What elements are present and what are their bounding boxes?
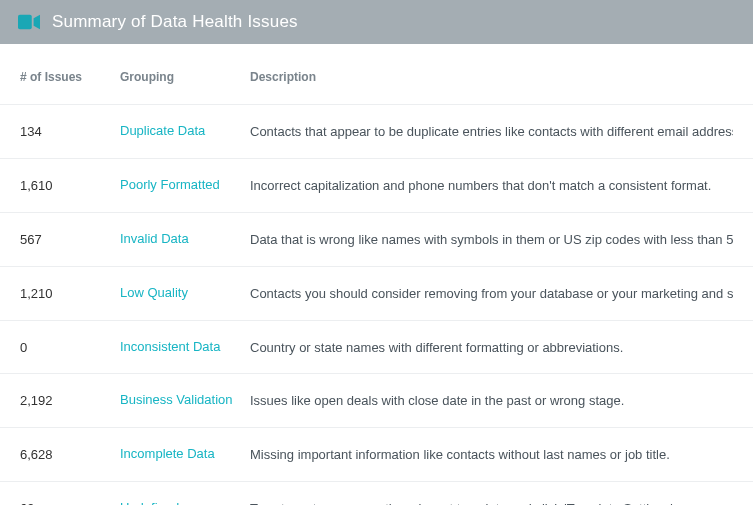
issue-description: Contacts you should consider removing fr… [250, 286, 733, 301]
table-row: 1,210Low QualityContacts you should cons… [0, 267, 753, 321]
grouping-link[interactable]: Duplicate Data [120, 123, 250, 140]
issue-description: Country or state names with different fo… [250, 340, 733, 355]
grouping-link[interactable]: Undefined [120, 500, 250, 505]
table-row: 2,192Business ValidationIssues like open… [0, 374, 753, 428]
column-header-group: Grouping [120, 70, 250, 84]
video-icon [18, 14, 40, 30]
issue-count: 0 [20, 340, 120, 355]
grouping-link[interactable]: Poorly Formatted [120, 177, 250, 194]
panel-title: Summary of Data Health Issues [52, 12, 298, 32]
table-row: 134Duplicate DataContacts that appear to… [0, 105, 753, 159]
table-row: 6,628Incomplete DataMissing important in… [0, 428, 753, 482]
table-row: 1,610Poorly FormattedIncorrect capitaliz… [0, 159, 753, 213]
issue-description: Missing important information like conta… [250, 447, 733, 462]
issue-count: 2,192 [20, 393, 120, 408]
grouping-link[interactable]: Invalid Data [120, 231, 250, 248]
table-row: 69UndefinedTo set a category open the re… [0, 482, 753, 505]
panel-header: Summary of Data Health Issues [0, 0, 753, 44]
issue-count: 6,628 [20, 447, 120, 462]
issue-count: 1,610 [20, 178, 120, 193]
svg-rect-0 [18, 15, 32, 30]
issue-description: To set a category open the relevant temp… [250, 501, 733, 505]
table-row: 567Invalid DataData that is wrong like n… [0, 213, 753, 267]
issue-count: 134 [20, 124, 120, 139]
issue-count: 567 [20, 232, 120, 247]
issues-table: # of Issues Grouping Description 134Dupl… [0, 44, 753, 505]
grouping-link[interactable]: Low Quality [120, 285, 250, 302]
grouping-link[interactable]: Incomplete Data [120, 446, 250, 463]
issue-description: Issues like open deals with close date i… [250, 393, 733, 408]
issue-count: 69 [20, 501, 120, 505]
table-header-row: # of Issues Grouping Description [0, 44, 753, 105]
issue-description: Contacts that appear to be duplicate ent… [250, 124, 733, 139]
grouping-link[interactable]: Inconsistent Data [120, 339, 250, 356]
column-header-count: # of Issues [20, 70, 120, 84]
issue-count: 1,210 [20, 286, 120, 301]
issue-description: Data that is wrong like names with symbo… [250, 232, 733, 247]
column-header-desc: Description [250, 70, 733, 84]
table-row: 0Inconsistent DataCountry or state names… [0, 321, 753, 375]
issue-description: Incorrect capitalization and phone numbe… [250, 178, 733, 193]
grouping-link[interactable]: Business Validation [120, 392, 250, 409]
